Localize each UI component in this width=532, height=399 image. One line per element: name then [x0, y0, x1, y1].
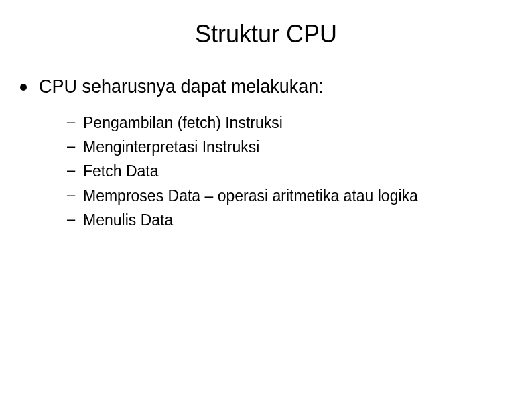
dash-icon: – [67, 209, 75, 230]
list-item: – Menginterpretasi Instruksi [67, 136, 512, 158]
sub-bullet-text: Menginterpretasi Instruksi [83, 136, 259, 158]
sub-bullet-text: Fetch Data [83, 160, 159, 182]
list-item: – Pengambilan (fetch) Instruksi [67, 112, 512, 133]
main-bullet-text: CPU seharusnya dapat melakukan: [39, 75, 324, 99]
list-item: – Fetch Data [67, 160, 512, 182]
dash-icon: – [67, 160, 75, 181]
slide-content: CPU seharusnya dapat melakukan: – Pengam… [0, 75, 532, 231]
list-item: – Memproses Data – operasi aritmetika at… [67, 185, 512, 207]
dash-icon: – [67, 185, 75, 206]
bullet-marker-icon [20, 84, 27, 91]
list-item: – Menulis Data [67, 209, 512, 231]
sub-bullet-text: Memproses Data – operasi aritmetika atau… [83, 185, 418, 207]
dash-icon: – [67, 112, 75, 133]
sub-bullet-text: Pengambilan (fetch) Instruksi [83, 112, 283, 133]
slide-title: Struktur CPU [0, 0, 532, 75]
dash-icon: – [67, 136, 75, 157]
sub-bullet-list: – Pengambilan (fetch) Instruksi – Mengin… [20, 112, 512, 231]
sub-bullet-text: Menulis Data [83, 209, 173, 231]
main-bullet: CPU seharusnya dapat melakukan: [20, 75, 512, 99]
